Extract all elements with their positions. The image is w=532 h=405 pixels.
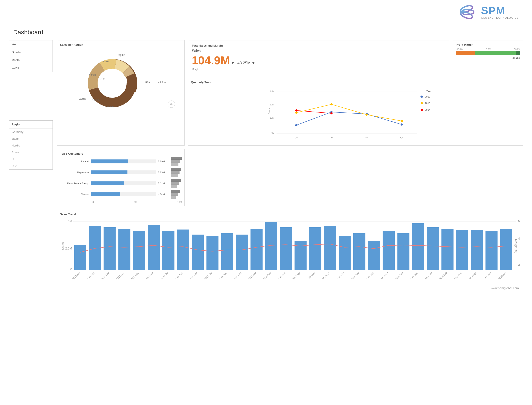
quarterly-trend-title: Quarterly Trend: [191, 81, 520, 84]
svg-text:14M: 14M: [270, 90, 274, 93]
svg-text:2013-Aug: 2013-Aug: [350, 271, 360, 279]
x-label-8: 2012-Aug: [174, 271, 183, 279]
bar-28: [471, 230, 483, 270]
bar-20: [353, 233, 365, 270]
bar-value: 5.69M: [158, 160, 169, 163]
axis-0: 0: [93, 201, 94, 203]
x-label-2: 2012-Feb: [86, 271, 95, 279]
x-label-15: 2013-Mar: [277, 271, 286, 279]
bar-outer: [91, 182, 156, 185]
margin-value: 43.25M: [237, 61, 251, 65]
x-label-4: 2012-Apr: [116, 271, 125, 279]
svg-text:2012-Dec: 2012-Dec: [233, 271, 242, 279]
mini-bars: [171, 157, 182, 166]
mini-bar1: [171, 168, 181, 171]
bar-30: [500, 229, 512, 270]
pm-bar-dark: [516, 51, 520, 55]
region-japan[interactable]: Japan: [9, 135, 53, 142]
svg-text:10M: 10M: [270, 116, 274, 119]
x-label-28: 2014-Apr: [468, 271, 477, 279]
donut-chart-wrapper: Region: [60, 48, 182, 114]
mini-bar3: [171, 196, 176, 199]
pm-axis: -50.0% 0.0% 50.0%: [456, 48, 520, 51]
x-label-1: 2012-Jan: [71, 271, 80, 279]
table-row: PageWave 5.63M: [67, 168, 182, 177]
x-label-29: 2014-May: [482, 271, 492, 279]
region-germany[interactable]: Germany: [9, 128, 53, 135]
bar-outer: [91, 170, 156, 174]
svg-text:2012-Aug: 2012-Aug: [174, 271, 183, 279]
svg-text:Q4: Q4: [400, 136, 403, 139]
bar-8: [177, 230, 189, 270]
logo-divider: [478, 6, 478, 19]
region-uk[interactable]: UK: [9, 156, 53, 162]
bar-23: [397, 233, 409, 270]
bar-25: [427, 227, 439, 270]
bar-16: [294, 241, 307, 270]
svg-text:2013-Oct: 2013-Oct: [380, 271, 389, 279]
total-sales-card: Total Sales and Margin Sales 104.9M ▼ 43…: [188, 40, 449, 74]
svg-text:8M: 8M: [271, 132, 274, 135]
bar-13: [251, 229, 263, 270]
svg-text:2012-Jan: 2012-Jan: [71, 271, 80, 279]
row1: Sales per Region Region: [57, 40, 523, 146]
x-label-22: 2013-Oct: [380, 271, 389, 279]
svg-text:2013-Mar: 2013-Mar: [277, 271, 286, 279]
spm-logo-icon: [460, 4, 475, 20]
region-nordic[interactable]: Nordic: [9, 142, 53, 149]
svg-text:2014-Jan: 2014-Jan: [424, 271, 433, 279]
bar-7: [162, 231, 174, 270]
bar-26: [442, 229, 454, 270]
x-label-11: 2012-Nov: [218, 271, 227, 279]
main-content: Sales per Region Region: [57, 40, 523, 282]
mini-bar3: [171, 174, 178, 177]
x-label-5: 2012-May: [130, 271, 139, 279]
time-filter-box: Year Quarter Month Week: [9, 40, 53, 72]
mini-bars: [171, 190, 182, 199]
pm-axis-mid: 0.0%: [486, 48, 491, 51]
x-label-18: 2013-Jun: [321, 271, 330, 279]
svg-text:2013-Sep: 2013-Sep: [365, 271, 374, 279]
svg-point-23: [421, 109, 423, 111]
svg-text:12M: 12M: [270, 103, 274, 106]
top5-title: Top 5 Customers: [60, 152, 182, 155]
right-panel: Total Sales and Margin Sales 104.9M ▼ 43…: [188, 40, 523, 146]
dot-2013-q1: [295, 112, 298, 114]
dot-2014-q2: [330, 112, 333, 115]
logo-text-area: SPM GLOBAL TECHNOLOGIES: [481, 5, 519, 19]
bar-24: [412, 223, 424, 270]
mini-bar2: [171, 171, 179, 174]
arrow-down2: ▼: [251, 61, 255, 65]
filter-quarter[interactable]: Quarter: [9, 48, 53, 56]
bar-29: [485, 231, 498, 270]
svg-text:Sales: Sales: [61, 242, 65, 250]
mini-bar1: [171, 190, 180, 193]
svg-text:2013-Apr: 2013-Apr: [292, 271, 301, 279]
website-url: www.spmglobal.com: [491, 286, 519, 290]
dot-2013-q4: [401, 120, 403, 122]
x-label-6: 2012-Jun: [145, 271, 154, 279]
x-label-16: 2013-Apr: [292, 271, 301, 279]
bar-3: [104, 227, 116, 270]
svg-text:2013-May: 2013-May: [306, 271, 315, 279]
logo-spm-text: SPM: [481, 5, 519, 17]
line-2014: [296, 110, 332, 113]
sales-label: Sales: [192, 49, 446, 53]
pm-axis-max: 50.0%: [514, 48, 520, 51]
region-spain[interactable]: Spain: [9, 149, 53, 156]
svg-text:3B: 3B: [518, 263, 520, 267]
svg-text:5B: 5B: [518, 219, 520, 223]
filter-year[interactable]: Year: [9, 40, 53, 48]
sales-value: 104.9M: [192, 54, 230, 67]
svg-text:Margin(%): Margin(%): [514, 239, 518, 253]
zoom-icon[interactable]: ⊕: [170, 102, 173, 106]
svg-text:2012-Apr: 2012-Apr: [116, 271, 125, 279]
sales-per-region-card: Sales per Region Region: [57, 40, 184, 146]
x-label-20: 2013-Aug: [350, 271, 360, 279]
x-label-17: 2013-May: [306, 271, 315, 279]
filter-month[interactable]: Month: [9, 56, 53, 64]
sales-trend-card: Sales Trend 5M 2.5M 0 5B 4B 3B: [57, 210, 523, 282]
filter-week[interactable]: Week: [9, 64, 53, 72]
x-label-30: 2014-Jun: [498, 271, 506, 279]
region-usa[interactable]: USA: [9, 162, 53, 169]
